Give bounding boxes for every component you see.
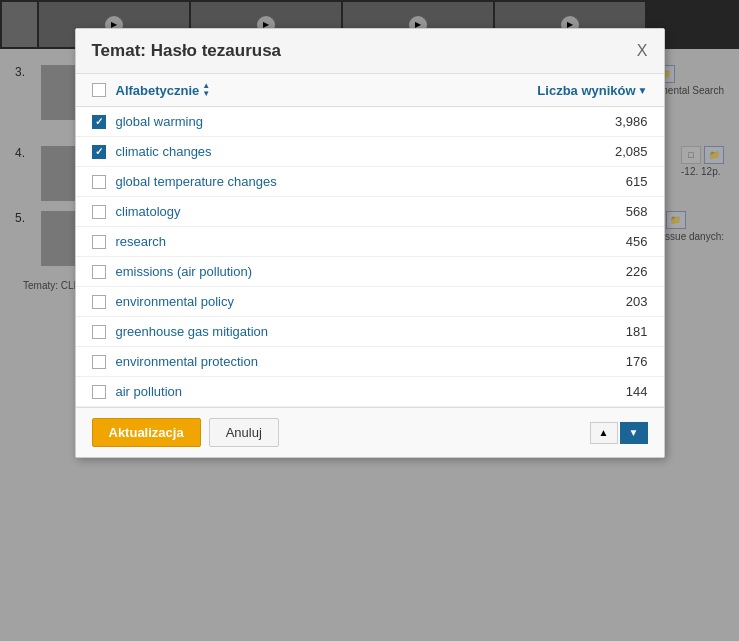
modal-body: Alfabetycznie ▲▼ Liczba wyników ▼ global…: [76, 74, 664, 407]
item-checkbox-3[interactable]: [92, 205, 106, 219]
sort-count-button[interactable]: Liczba wyników ▼: [537, 83, 647, 98]
list-item: environmental policy203: [76, 287, 664, 317]
item-label-2[interactable]: global temperature changes: [116, 174, 588, 189]
item-checkbox-4[interactable]: [92, 235, 106, 249]
list-item: emissions (air pollution)226: [76, 257, 664, 287]
item-count-3: 568: [598, 204, 648, 219]
item-count-1: 2,085: [598, 144, 648, 159]
item-count-0: 3,986: [598, 114, 648, 129]
thesaurus-modal: Temat: Hasło tezaurusa X Alfabetycznie ▲…: [75, 28, 665, 458]
modal-header: Temat: Hasło tezaurusa X: [76, 29, 664, 74]
item-count-9: 144: [598, 384, 648, 399]
table-header: Alfabetycznie ▲▼ Liczba wyników ▼: [76, 74, 664, 107]
item-checkbox-8[interactable]: [92, 355, 106, 369]
list-item: global temperature changes615: [76, 167, 664, 197]
footer-buttons: Aktualizacja Anuluj: [92, 418, 279, 447]
list-item: air pollution144: [76, 377, 664, 407]
modal-title: Temat: Hasło tezaurusa: [92, 41, 282, 61]
list-item: environmental protection176: [76, 347, 664, 377]
item-checkbox-6[interactable]: [92, 295, 106, 309]
item-checkbox-7[interactable]: [92, 325, 106, 339]
item-count-2: 615: [598, 174, 648, 189]
item-count-4: 456: [598, 234, 648, 249]
item-label-7[interactable]: greenhouse gas mitigation: [116, 324, 588, 339]
item-label-3[interactable]: climatology: [116, 204, 588, 219]
list-item: global warming3,986: [76, 107, 664, 137]
list-item: climatology568: [76, 197, 664, 227]
item-label-6[interactable]: environmental policy: [116, 294, 588, 309]
nav-buttons: ▲ ▼: [590, 422, 648, 444]
list-item: research456: [76, 227, 664, 257]
items-list[interactable]: global warming3,986climatic changes2,085…: [76, 107, 664, 407]
count-sort-arrow-icon: ▼: [638, 85, 648, 96]
item-label-9[interactable]: air pollution: [116, 384, 588, 399]
item-label-5[interactable]: emissions (air pollution): [116, 264, 588, 279]
item-label-1[interactable]: climatic changes: [116, 144, 588, 159]
item-label-0[interactable]: global warming: [116, 114, 588, 129]
item-count-8: 176: [598, 354, 648, 369]
item-checkbox-5[interactable]: [92, 265, 106, 279]
item-count-7: 181: [598, 324, 648, 339]
list-item: climatic changes2,085: [76, 137, 664, 167]
update-button[interactable]: Aktualizacja: [92, 418, 201, 447]
nav-up-button[interactable]: ▲: [590, 422, 618, 444]
sort-alphabetically-button[interactable]: Alfabetycznie ▲▼: [116, 82, 528, 98]
item-label-8[interactable]: environmental protection: [116, 354, 588, 369]
header-checkbox[interactable]: [92, 83, 106, 97]
nav-down-button[interactable]: ▼: [620, 422, 648, 444]
item-checkbox-2[interactable]: [92, 175, 106, 189]
item-checkbox-9[interactable]: [92, 385, 106, 399]
close-button[interactable]: X: [637, 43, 648, 59]
sort-arrows-icon: ▲▼: [202, 82, 210, 98]
item-count-5: 226: [598, 264, 648, 279]
item-checkbox-0[interactable]: [92, 115, 106, 129]
item-checkbox-1[interactable]: [92, 145, 106, 159]
item-label-4[interactable]: research: [116, 234, 588, 249]
cancel-button[interactable]: Anuluj: [209, 418, 279, 447]
list-item: greenhouse gas mitigation181: [76, 317, 664, 347]
item-count-6: 203: [598, 294, 648, 309]
modal-footer: Aktualizacja Anuluj ▲ ▼: [76, 407, 664, 457]
